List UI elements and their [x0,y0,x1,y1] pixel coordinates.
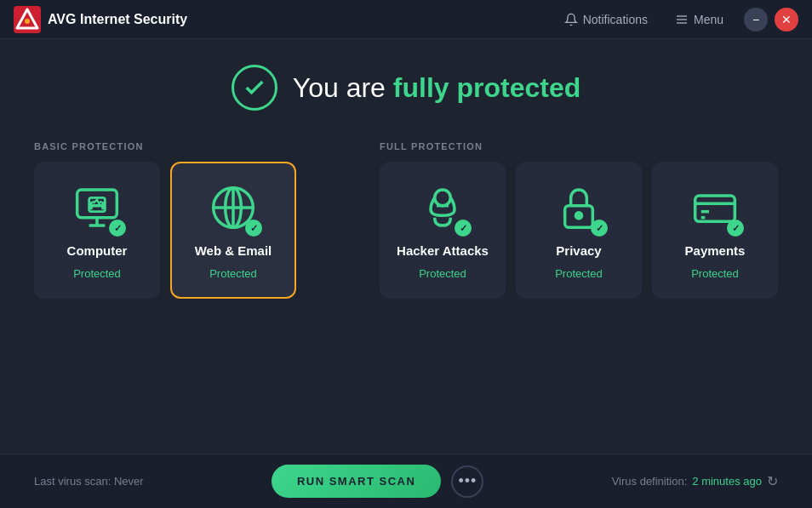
title-bar-right: Notifications Menu − ✕ [558,8,798,31]
status-text: You are fully protected [293,72,581,104]
payments-card-name: Payments [685,243,746,259]
privacy-card-status: Protected [555,267,603,280]
svg-point-14 [435,190,451,206]
svg-point-17 [576,213,582,219]
computer-card-name: Computer [67,243,128,259]
privacy-card[interactable]: ✓ Privacy Protected [516,162,642,299]
refresh-icon[interactable]: ↻ [767,473,778,489]
title-bar-left: AVG Internet Security [14,6,187,33]
web-email-card-name: Web & Email [195,243,272,259]
menu-icon [675,13,689,26]
bell-icon [564,13,578,26]
basic-cards-row: ✓ Computer Protected ✓ [34,162,363,299]
hacker-attacks-card-status: Protected [419,267,466,280]
web-email-icon-wrap: ✓ [206,180,260,235]
web-email-card-status: Protected [209,267,257,280]
payments-icon-wrap: ✓ [688,180,742,235]
payments-card[interactable]: ✓ Payments Protected [652,162,778,299]
computer-icon-wrap: ✓ [70,180,124,235]
protection-sections: BASIC PROTECTION ✓ [34,141,778,299]
privacy-check-badge: ✓ [591,220,608,237]
web-email-card[interactable]: ✓ Web & Email Protected [170,162,296,299]
close-button[interactable]: ✕ [775,8,798,31]
title-bar: AVG Internet Security Notifications Menu… [0,0,812,39]
virus-definition: Virus definition: 2 minutes ago ↻ [612,473,778,489]
privacy-card-name: Privacy [556,243,601,259]
svg-point-2 [25,19,30,24]
window-controls: − ✕ [744,8,798,31]
full-protection-section: FULL PROTECTION ✓ Hacker Atta [380,141,778,299]
last-scan-info: Last virus scan: Never [34,475,144,488]
web-email-check-badge: ✓ [245,220,262,237]
minimize-button[interactable]: − [744,8,768,31]
computer-check-badge: ✓ [109,220,126,237]
status-check-circle [232,65,277,111]
basic-protection-section: BASIC PROTECTION ✓ [34,141,363,299]
menu-button[interactable]: Menu [668,9,730,30]
main-content: You are fully protected BASIC PROTECTION [0,39,812,316]
full-cards-row: ✓ Hacker Attacks Protected ✓ [380,162,778,299]
more-options-button[interactable]: ••• [451,465,483,498]
more-dots-icon: ••• [458,472,477,490]
notifications-button[interactable]: Notifications [558,9,655,30]
hacker-attacks-card-name: Hacker Attacks [397,243,489,259]
hacker-icon-wrap: ✓ [415,180,470,235]
scan-actions: RUN SMART SCAN ••• [272,465,483,498]
hacker-check-badge: ✓ [455,220,472,237]
section-divider [363,141,380,299]
payments-check-badge: ✓ [727,220,744,237]
computer-card[interactable]: ✓ Computer Protected [34,162,160,299]
bottom-bar: Last virus scan: Never RUN SMART SCAN ••… [0,454,812,508]
computer-card-status: Protected [73,267,121,280]
run-smart-scan-button[interactable]: RUN SMART SCAN [272,465,441,498]
privacy-icon-wrap: ✓ [552,180,606,235]
checkmark-icon [243,76,266,100]
hacker-attacks-card[interactable]: ✓ Hacker Attacks Protected [380,162,506,299]
svg-rect-6 [77,190,117,218]
full-section-label: FULL PROTECTION [380,141,778,151]
status-header: You are fully protected [232,65,581,111]
app-logo-wrap: AVG Internet Security [14,6,187,33]
payments-card-status: Protected [691,267,739,280]
basic-section-label: BASIC PROTECTION [34,141,363,151]
avg-logo-icon [14,6,41,33]
app-title: AVG Internet Security [48,12,187,27]
